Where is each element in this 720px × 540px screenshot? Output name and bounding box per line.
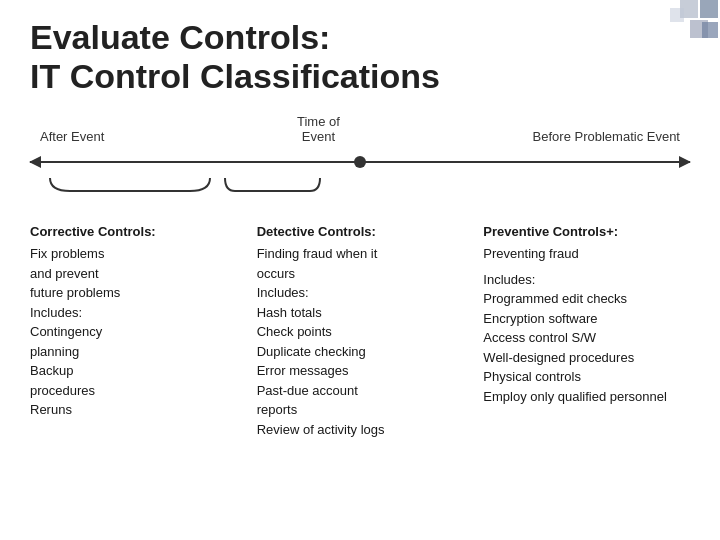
- corrective-body: Fix problems and prevent future problems…: [30, 244, 237, 420]
- arrow-line: [30, 161, 690, 163]
- detective-body: Finding fraud when it occurs Includes: H…: [257, 244, 464, 439]
- svg-rect-4: [702, 22, 718, 38]
- svg-rect-3: [670, 8, 684, 22]
- brace-svg: [40, 176, 370, 206]
- timeline-labels: After Event Time of Event Before Problem…: [30, 114, 690, 144]
- label-after-event: After Event: [40, 129, 104, 144]
- corrective-title: Corrective Controls:: [30, 222, 237, 242]
- braces-area: [30, 176, 690, 210]
- detective-title: Detective Controls:: [257, 222, 464, 242]
- detective-column: Detective Controls: Finding fraud when i…: [247, 222, 474, 439]
- preventive-subtitle: Preventing fraud: [483, 244, 690, 264]
- title-area: Evaluate Controls: IT Control Classifica…: [0, 0, 720, 104]
- label-before-event: Before Problematic Event: [533, 129, 680, 144]
- corner-decoration: [630, 0, 720, 70]
- corrective-column: Corrective Controls: Fix problems and pr…: [20, 222, 247, 439]
- preventive-includes: Includes:: [483, 270, 690, 290]
- timeline-section: After Event Time of Event Before Problem…: [0, 104, 720, 210]
- preventive-body: Programmed edit checks Encryption softwa…: [483, 289, 690, 406]
- timeline-arrow: [30, 148, 690, 176]
- title-line1: Evaluate Controls:: [30, 18, 690, 57]
- center-dot: [354, 156, 366, 168]
- preventive-column: Preventive Controls+: Preventing fraud I…: [473, 222, 700, 439]
- title-line2: IT Control Classifications: [30, 57, 690, 96]
- svg-rect-1: [700, 0, 718, 18]
- preventive-title: Preventive Controls+:: [483, 222, 690, 242]
- label-time-of-event: Time of Event: [297, 114, 340, 144]
- content-area: Corrective Controls: Fix problems and pr…: [0, 210, 720, 449]
